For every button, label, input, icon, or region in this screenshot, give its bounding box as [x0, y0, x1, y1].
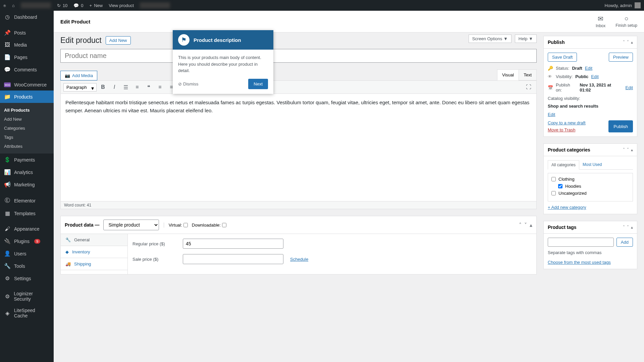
view-product-link[interactable]: View product: [109, 3, 134, 8]
sale-price-input[interactable]: [183, 254, 283, 264]
chevron-down-icon[interactable]: ˅: [524, 222, 527, 228]
sidebar-item-marketing[interactable]: 📢Marketing: [0, 178, 54, 191]
new-link[interactable]: + New: [90, 3, 103, 8]
downloadable-checkbox[interactable]: [222, 223, 226, 227]
help-button[interactable]: Help ▼: [515, 35, 537, 43]
wp-logo-icon[interactable]: ⍟: [3, 3, 6, 8]
tour-dismiss-button[interactable]: ⊘Dismiss: [178, 81, 199, 86]
sidebar-item-plugins[interactable]: 🔌Plugins9: [0, 235, 54, 247]
payments-icon: 💲: [4, 157, 11, 163]
sidebar-item-users[interactable]: 👤Users: [0, 247, 54, 260]
move-trash-link[interactable]: Move to Trash: [548, 127, 586, 132]
product-type-select[interactable]: Simple product: [103, 220, 159, 230]
align-left-button[interactable]: ≡: [155, 82, 165, 92]
chevron-down-icon[interactable]: ˅: [627, 225, 629, 230]
subitem-attributes[interactable]: Attributes: [0, 142, 54, 151]
pd-tab-inventory[interactable]: ◆Inventory: [61, 246, 127, 258]
chevron-down-icon[interactable]: ˅: [627, 147, 629, 152]
publish-button[interactable]: Publish: [608, 120, 633, 132]
sidebar-item-comments[interactable]: 💬Comments: [0, 63, 54, 76]
cat-tab-all[interactable]: All categories: [548, 160, 579, 170]
categories-box: Product categories˄˅▴ All categories Mos…: [543, 143, 637, 214]
sidebar-item-dashboard[interactable]: ◷Dashboard: [0, 11, 54, 23]
collapse-icon[interactable]: ▴: [631, 40, 633, 45]
tag-input[interactable]: [548, 238, 614, 247]
visibility-edit-link[interactable]: Edit: [591, 74, 598, 79]
cat-hoodies-checkbox[interactable]: [558, 184, 562, 188]
updates-link[interactable]: ↻ 10: [57, 3, 67, 8]
inbox-button[interactable]: ✉Inbox: [596, 15, 605, 28]
choose-tags-link[interactable]: Choose from the most used tags: [548, 260, 611, 265]
italic-button[interactable]: I: [109, 82, 119, 92]
sidebar-item-woocommerce[interactable]: wooWooCommerce: [0, 79, 54, 90]
sidebar-item-templates[interactable]: ▦Templates: [0, 207, 54, 220]
finish-setup-button[interactable]: ○Finish setup: [615, 15, 637, 28]
pd-tab-general[interactable]: 🔧General: [61, 234, 127, 246]
preview-button[interactable]: Preview: [609, 53, 633, 62]
sidebar-item-posts[interactable]: 📌Posts: [0, 26, 54, 39]
extra-blurred[interactable]: [140, 2, 170, 8]
quote-button[interactable]: ❝: [144, 82, 154, 92]
comments-link[interactable]: 💬 0: [73, 3, 83, 8]
tour-next-button[interactable]: Next: [248, 79, 268, 89]
sidebar-item-settings[interactable]: ⚙Settings: [0, 272, 54, 285]
tour-arrow: [189, 90, 196, 97]
chevron-up-icon[interactable]: ˄: [623, 225, 625, 230]
avatar[interactable]: [635, 2, 641, 8]
home-icon[interactable]: ⌂: [12, 3, 15, 8]
pd-tab-shipping[interactable]: 🚚Shipping: [61, 258, 127, 270]
collapse-icon[interactable]: ▴: [530, 222, 532, 228]
chevron-up-icon[interactable]: ˄: [623, 147, 625, 152]
regular-price-input[interactable]: [183, 239, 283, 249]
subitem-all-products[interactable]: All Products: [0, 106, 54, 115]
sidebar-item-elementor[interactable]: ⒺElementor: [0, 194, 54, 207]
bold-button[interactable]: B: [98, 82, 108, 92]
bullet-list-button[interactable]: ☰: [121, 82, 131, 92]
brush-icon: 🖌: [4, 226, 11, 232]
subitem-add-new[interactable]: Add New: [0, 115, 54, 124]
fullscreen-button[interactable]: ⛶: [524, 82, 534, 92]
sidebar-item-products[interactable]: 📁Products: [0, 90, 54, 103]
sidebar-item-payments[interactable]: 💲Payments: [0, 154, 54, 166]
schedule-link[interactable]: Schedule: [290, 257, 308, 262]
site-name-blurred[interactable]: [21, 2, 51, 8]
woo-icon: woo: [4, 82, 11, 87]
add-tag-button[interactable]: Add: [616, 238, 633, 247]
tab-visual[interactable]: Visual: [497, 69, 519, 80]
add-category-link[interactable]: + Add new category: [548, 205, 586, 210]
sidebar-item-tools[interactable]: 🔧Tools: [0, 260, 54, 272]
subitem-tags[interactable]: Tags: [0, 133, 54, 142]
collapse-icon[interactable]: ▴: [631, 225, 633, 230]
publishon-edit-link[interactable]: Edit: [626, 85, 633, 90]
format-select[interactable]: Paragraph: [63, 83, 97, 92]
collapse-icon[interactable]: ▴: [631, 147, 633, 152]
editor-body[interactable]: Pellentesque habitant morbi tristique se…: [61, 94, 536, 201]
virtual-checkbox[interactable]: [183, 223, 188, 227]
tab-text[interactable]: Text: [519, 69, 537, 80]
chevron-down-icon[interactable]: ˅: [627, 40, 629, 45]
subitem-categories[interactable]: Categories: [0, 124, 54, 133]
cat-clothing-checkbox[interactable]: [551, 177, 556, 181]
screen-options-button[interactable]: Screen Options ▼: [469, 35, 512, 43]
sidebar-item-litespeed[interactable]: ◈LiteSpeed Cache: [0, 305, 54, 321]
cat-tab-most[interactable]: Most Used: [579, 160, 605, 169]
save-draft-button[interactable]: Save Draft: [548, 53, 577, 62]
sidebar-item-appearance[interactable]: 🖌Appearance: [0, 223, 54, 235]
add-media-button[interactable]: 📷Add Media: [60, 71, 97, 80]
copy-draft-link[interactable]: Copy to a new draft: [548, 120, 586, 125]
numbered-list-button[interactable]: ≡: [132, 82, 142, 92]
howdy-text[interactable]: Howdy, admin: [605, 3, 632, 8]
sidebar-item-media[interactable]: 🖼Media: [0, 39, 54, 51]
sidebar-item-pages[interactable]: 📄Pages: [0, 51, 54, 63]
product-name-input[interactable]: [60, 49, 537, 63]
chevron-up-icon[interactable]: ˄: [623, 40, 625, 45]
cat-uncategorized-checkbox[interactable]: [551, 191, 556, 195]
sidebar-item-analytics[interactable]: 📊Analytics: [0, 166, 54, 178]
catalog-edit-link[interactable]: Edit: [548, 112, 555, 117]
add-new-button[interactable]: Add New: [106, 36, 131, 45]
sidebar-item-loginizer[interactable]: ⚙Loginizer Security: [0, 288, 54, 305]
main-content: Edit Product ✉Inbox ○Finish setup Edit p…: [54, 11, 644, 276]
status-edit-link[interactable]: Edit: [585, 66, 592, 71]
chevron-up-icon[interactable]: ˄: [519, 222, 522, 228]
tour-title: Product description: [194, 37, 241, 43]
